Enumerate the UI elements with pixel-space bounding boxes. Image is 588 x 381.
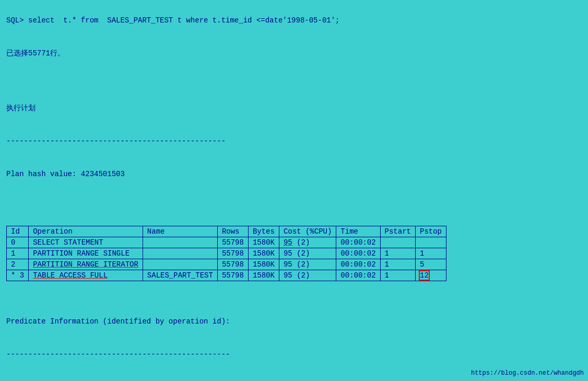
plan-row-bytes: 1580K	[248, 259, 279, 270]
watermark: https://blog.csdn.net/whandgdh	[471, 370, 584, 377]
exec-plan-label: 执行计划	[6, 104, 36, 112]
col-id: Id	[7, 226, 29, 237]
plan-row-rows: 55798	[217, 248, 248, 259]
rows-selected: 已选择55771行。	[6, 49, 65, 57]
plan-row-id: 0	[7, 237, 29, 248]
plan-row-pstop: 1	[415, 248, 446, 259]
plan-row-cost: 95 (2)	[279, 248, 336, 259]
execution-plan-table: Id Operation Name Rows Bytes Cost (%CPU)…	[6, 226, 446, 281]
predicate-section: Predicate Information (identified by ope…	[6, 283, 582, 381]
plan-row-id: * 3	[7, 270, 29, 281]
plan-row-bytes: 1580K	[248, 248, 279, 259]
plan-row-operation: PARTITION RANGE SINGLE	[29, 248, 143, 259]
plan-row-pstart	[380, 237, 415, 248]
plan-row-rows: 55798	[217, 259, 248, 270]
plan-row-bytes: 1580K	[248, 270, 279, 281]
plan-row-operation: TABLE ACCESS FULL	[29, 270, 143, 281]
plan-row-pstop: 12	[415, 270, 446, 281]
plan-row-operation: SELECT STATEMENT	[29, 237, 143, 248]
plan-row-pstop: 5	[415, 259, 446, 270]
plan-row-name	[143, 237, 217, 248]
plan-row-pstop	[415, 237, 446, 248]
col-pstart: Pstart	[380, 226, 415, 237]
col-bytes: Bytes	[248, 226, 279, 237]
col-operation: Operation	[29, 226, 143, 237]
plan-row-name: SALES_PART_TEST	[143, 270, 217, 281]
col-name: Name	[143, 226, 217, 237]
predicate-label: Predicate Information (identified by ope…	[6, 317, 230, 326]
plan-hash: Plan hash value: 4234501503	[6, 170, 125, 178]
plan-row-pstart: 1	[380, 270, 415, 281]
sql-line: SQL> select t.* from SALES_PART_TEST t w…	[6, 16, 340, 25]
plan-row-cost: 95 (2)	[279, 270, 336, 281]
plan-row-time: 00:00:02	[336, 270, 380, 281]
plan-row-rows: 55798	[217, 237, 248, 248]
plan-row-time: 00:00:02	[336, 248, 380, 259]
plan-row-time: 00:00:02	[336, 237, 380, 248]
col-rows: Rows	[217, 226, 248, 237]
terminal-content: SQL> select t.* from SALES_PART_TEST t w…	[6, 4, 582, 224]
plan-row-bytes: 1580K	[248, 237, 279, 248]
plan-row-rows: 55798	[217, 270, 248, 281]
plan-row-time: 00:00:02	[336, 259, 380, 270]
plan-row-pstart: 1	[380, 259, 415, 270]
plan-row-cost: 95 (2)	[279, 259, 336, 270]
plan-row-id: 2	[7, 259, 29, 270]
col-cost: Cost (%CPU)	[279, 226, 336, 237]
divider1: ----------------------------------------…	[6, 137, 226, 145]
plan-row-name	[143, 259, 217, 270]
plan-row-id: 1	[7, 248, 29, 259]
col-pstop: Pstop	[415, 226, 446, 237]
plan-row-pstart: 1	[380, 248, 415, 259]
divider2: ----------------------------------------…	[6, 350, 230, 359]
col-time: Time	[336, 226, 380, 237]
plan-row-operation: PARTITION RANGE ITERATOR	[29, 259, 143, 270]
plan-row-cost: 95 (2)	[279, 237, 336, 248]
plan-row-name	[143, 248, 217, 259]
